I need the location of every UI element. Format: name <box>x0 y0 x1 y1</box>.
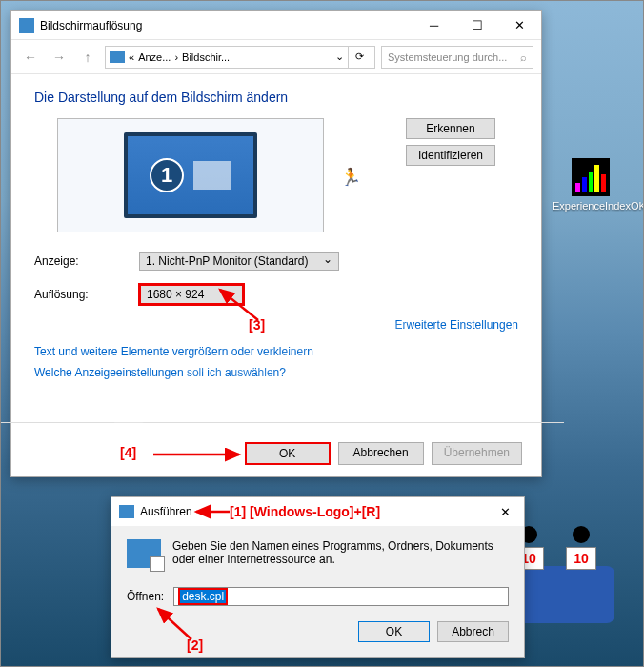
toolbar: ← → ↑ « Anze... › Bildschir... ⌄ ⟳ Syste… <box>11 40 541 74</box>
refresh-button[interactable]: ⟳ <box>348 46 371 69</box>
resolution-label: Auflösung: <box>34 288 139 301</box>
close-button[interactable]: ✕ <box>498 11 541 39</box>
desktop-icon-experienceindex[interactable]: ExperienceIndexOK <box>553 158 629 212</box>
cancel-button[interactable]: Abbrech <box>437 621 509 642</box>
search-icon: ⌕ <box>520 51 527 63</box>
close-button[interactable]: ✕ <box>486 498 524 526</box>
advanced-settings-link[interactable]: Erweiterte Einstellungen <box>34 318 518 332</box>
display-settings-window: Bildschirmauflösung ─ ☐ ✕ ← → ↑ « Anze..… <box>10 10 542 477</box>
decorative-figure: 🏃 <box>340 167 361 188</box>
desktop-icon-label: ExperienceIndexOK <box>553 200 629 212</box>
monitor-screen-icon: 1 <box>124 132 257 218</box>
divider <box>0 422 564 423</box>
which-settings-link[interactable]: Welche Anzeigeeinstellungen soll ich aus… <box>34 366 518 379</box>
apply-button: Übernehmen <box>432 442 522 465</box>
maximize-button[interactable]: ☐ <box>455 11 498 39</box>
breadcrumb[interactable]: « Anze... › Bildschir... ⌄ ⟳ <box>105 46 375 69</box>
breadcrumb-item[interactable]: Bildschir... <box>182 51 230 63</box>
scale-text-link[interactable]: Text und weitere Elemente vergrößern ode… <box>34 345 518 358</box>
titlebar[interactable]: Bildschirmauflösung ─ ☐ ✕ <box>11 11 541 40</box>
window-title: Bildschirmauflösung <box>40 19 413 32</box>
calendar-icon <box>193 161 231 190</box>
display-select[interactable]: 1. Nicht-PnP Monitor (Standard) <box>139 252 339 271</box>
run-description: Geben Sie den Namen eines Programms, Ord… <box>172 539 509 568</box>
content-area: Die Darstellung auf dem Bildschirm änder… <box>11 74 541 402</box>
breadcrumb-dropdown-icon[interactable]: ⌄ <box>335 51 344 63</box>
bar-chart-icon <box>572 158 610 196</box>
search-input[interactable]: Systemsteuerung durch... ⌕ <box>381 46 533 69</box>
resolution-select[interactable]: 1680 × 924 <box>139 284 244 305</box>
ok-button[interactable]: OK <box>245 442 331 465</box>
command-input[interactable]: desk.cpl <box>173 587 509 606</box>
monitor-number: 1 <box>150 158 184 192</box>
cancel-button[interactable]: Abbrechen <box>338 442 424 465</box>
annotation-4: [4] <box>120 445 136 460</box>
forward-button[interactable]: → <box>48 46 70 69</box>
pc-icon <box>110 51 125 63</box>
detect-button[interactable]: Erkennen <box>406 118 495 139</box>
back-button[interactable]: ← <box>19 46 42 69</box>
run-dialog: Ausführen ✕ Geben Sie den Namen eines Pr… <box>111 496 525 658</box>
display-label: Anzeige: <box>34 254 139 268</box>
annotation-3: [3] <box>249 317 265 333</box>
input-value: desk.cpl <box>178 588 228 605</box>
page-title: Die Darstellung auf dem Bildschirm änder… <box>34 90 518 105</box>
search-placeholder: Systemsteuerung durch... <box>388 51 507 63</box>
identify-button[interactable]: Identifizieren <box>406 145 495 166</box>
run-program-icon <box>127 539 161 568</box>
monitor-icon <box>19 18 34 33</box>
monitor-preview[interactable]: 1 🏃 <box>57 118 324 232</box>
ok-button[interactable]: OK <box>358 621 430 642</box>
minimize-button[interactable]: ─ <box>413 11 455 39</box>
run-icon <box>119 505 134 518</box>
breadcrumb-item[interactable]: Anze... <box>138 51 171 63</box>
open-label: Öffnen: <box>127 590 164 603</box>
up-button[interactable]: ↑ <box>76 46 99 69</box>
annotation-2: [2] <box>187 637 203 653</box>
annotation-1: [1] [Windows-Logo]+[R] <box>230 504 380 519</box>
